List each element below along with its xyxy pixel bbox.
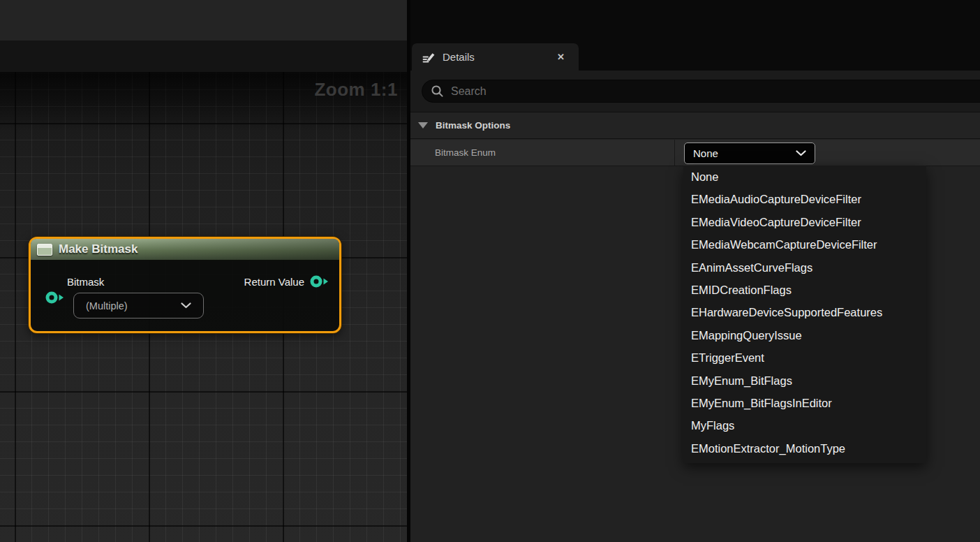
- section-bitmask-options[interactable]: Bitmask Options: [410, 112, 980, 139]
- close-icon[interactable]: ✕: [553, 50, 569, 64]
- column-divider[interactable]: [674, 140, 675, 166]
- details-tabstrip: Details ✕: [410, 42, 980, 71]
- dropdown-item[interactable]: EMotionExtractor_MotionType: [683, 437, 926, 460]
- dropdown-item[interactable]: EMIDCreationFlags: [683, 279, 926, 301]
- zoom-indicator: Zoom 1:1: [314, 79, 398, 101]
- dropdown-item[interactable]: ETriggerEvent: [683, 346, 926, 369]
- chevron-down-icon: [181, 302, 191, 309]
- bitmask-input-pin[interactable]: [45, 291, 66, 305]
- pure-function-icon: [37, 244, 52, 256]
- details-icon: [422, 50, 436, 64]
- dropdown-item[interactable]: EHardwareDeviceSupportedFeatures: [683, 301, 926, 323]
- make-bitmask-node[interactable]: Make Bitmask Bitmask (Multiple) Return: [29, 237, 341, 333]
- chevron-down-icon: [796, 150, 806, 156]
- bitmask-value-dropdown[interactable]: (Multiple): [73, 293, 204, 318]
- dropdown-item[interactable]: EMediaAudioCaptureDeviceFilter: [683, 188, 926, 210]
- node-title: Make Bitmask: [59, 242, 138, 256]
- return-value-pin[interactable]: [309, 274, 330, 288]
- search-icon: [431, 85, 444, 98]
- toolbar-band: [0, 0, 407, 41]
- dropdown-item[interactable]: EMediaWebcamCaptureDeviceFilter: [683, 233, 926, 256]
- tab-details-label: Details: [443, 51, 546, 63]
- enum-dropdown-list: NoneEMediaAudioCaptureDeviceFilterEMedia…: [683, 166, 926, 463]
- right-top-band: [410, 0, 980, 42]
- dropdown-item[interactable]: EMappingQueryIssue: [683, 324, 926, 346]
- section-title: Bitmask Options: [436, 120, 510, 131]
- node-header[interactable]: Make Bitmask: [31, 239, 339, 261]
- dropdown-item[interactable]: MyFlags: [683, 414, 926, 437]
- input-pin-label: Bitmask: [67, 276, 104, 288]
- dropdown-item[interactable]: EMediaVideoCaptureDeviceFilter: [683, 211, 926, 233]
- unreal-editor-window: Zoom 1:1 Make Bitmask Bitmask (Multiple): [0, 0, 980, 542]
- dropdown-item[interactable]: None: [683, 166, 926, 188]
- bitmask-value-label: (Multiple): [86, 300, 128, 312]
- blueprint-graph-canvas[interactable]: Zoom 1:1 Make Bitmask Bitmask (Multiple): [0, 72, 407, 542]
- search-box[interactable]: [422, 80, 980, 103]
- property-label: Bitmask Enum: [435, 140, 496, 166]
- dropdown-item[interactable]: EMyEnum_BitFlags: [683, 369, 926, 392]
- dropdown-item[interactable]: EAnimAssetCurveFlags: [683, 256, 926, 279]
- output-pin-label: Return Value: [244, 276, 304, 288]
- search-input[interactable]: [451, 85, 980, 98]
- collapse-arrow-icon: [418, 122, 428, 129]
- dropdown-item[interactable]: EMyEnum_BitFlagsInEditor: [683, 392, 926, 414]
- combobox-value: None: [693, 147, 718, 159]
- tab-details[interactable]: Details ✕: [412, 43, 579, 71]
- search-row: [410, 71, 980, 112]
- bitmask-enum-combobox[interactable]: None: [684, 142, 815, 164]
- property-row-bitmask-enum: Bitmask Enum None: [410, 140, 980, 166]
- graph-breadcrumb-band: [0, 41, 407, 72]
